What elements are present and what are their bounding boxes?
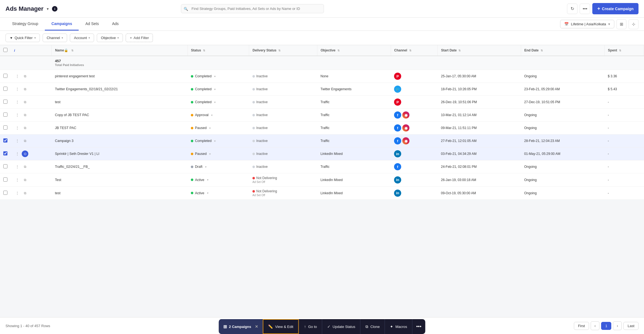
- cell-objective-3: Traffic: [317, 96, 391, 109]
- row-checkbox-7[interactable]: [3, 151, 7, 155]
- channel-icons-7: in: [394, 150, 434, 157]
- delivery-dot-2: [252, 88, 255, 91]
- sort-icon-start_date[interactable]: ⇅: [458, 49, 461, 52]
- row-copy-9[interactable]: ⧉: [22, 177, 28, 183]
- row-copy-6[interactable]: ⧉: [22, 138, 28, 144]
- col-header-spent[interactable]: Spent ⇅: [604, 45, 644, 56]
- delivery-dot-5: [252, 127, 255, 129]
- nav-tab-ad-sets[interactable]: Ad Sets: [79, 18, 105, 31]
- objective-chevron-icon: ▾: [117, 36, 119, 39]
- sort-icon-channel[interactable]: ⇅: [408, 49, 411, 52]
- cell-end_date-5: Ongoing: [521, 122, 604, 135]
- search-input[interactable]: [181, 4, 324, 13]
- row-checkbox-6[interactable]: [3, 138, 7, 143]
- quick-filter-button[interactable]: ▼ Quick Filter ▾: [5, 34, 40, 42]
- cell-name-7: Sprinklr | Seth Dresler V1 | LI: [52, 147, 188, 160]
- col-header-checkbox[interactable]: [0, 45, 11, 56]
- row-more-1[interactable]: ⋮: [14, 73, 21, 80]
- nav-tab-campaigns[interactable]: Campaigns: [45, 18, 79, 31]
- row-more-3[interactable]: ⋮: [14, 99, 21, 105]
- customize-columns-button[interactable]: ⊹: [629, 19, 639, 29]
- row-more-9[interactable]: ⋮: [14, 177, 21, 183]
- col-header-status[interactable]: Status ⇅: [188, 45, 249, 56]
- cell-actions-9: ⋮ ⧉: [11, 173, 52, 187]
- status-chevron-1[interactable]: ▾: [214, 75, 216, 78]
- app-info-icon[interactable]: i: [52, 6, 57, 12]
- status-chevron-6[interactable]: ▾: [214, 139, 216, 143]
- row-copy-1[interactable]: ⧉: [22, 73, 28, 80]
- sort-icon-status[interactable]: ⇅: [202, 49, 205, 52]
- status-chevron-9[interactable]: ▾: [207, 178, 208, 181]
- status-chevron-5[interactable]: ▾: [209, 127, 211, 130]
- status-1: Completed ▾: [191, 74, 246, 78]
- status-8: Draft ▾: [191, 165, 246, 169]
- row-more-7[interactable]: ⋮: [14, 150, 21, 157]
- sort-icon-objective[interactable]: ⇅: [337, 49, 340, 52]
- sort-icon-end_date[interactable]: ⇅: [540, 49, 543, 52]
- cell-objective-1: None: [317, 70, 391, 83]
- row-checkbox-1[interactable]: [3, 74, 7, 78]
- col-header-end_date[interactable]: End Date ⇅: [521, 45, 604, 56]
- row-checkbox-8[interactable]: [3, 164, 7, 168]
- status-chevron-4[interactable]: ▾: [211, 114, 213, 117]
- row-more-5[interactable]: ⋮: [14, 125, 21, 131]
- row-more-10[interactable]: ⋮: [14, 190, 21, 196]
- refresh-button[interactable]: ↻: [567, 4, 577, 14]
- channel-icons-1: P: [394, 73, 434, 80]
- status-chevron-3[interactable]: ▾: [214, 101, 216, 104]
- app-title-chevron-icon[interactable]: ▾: [47, 7, 49, 11]
- status-chevron-2[interactable]: ▾: [214, 88, 216, 91]
- more-options-button[interactable]: •••: [580, 4, 590, 14]
- row-more-6[interactable]: ⋮: [14, 138, 21, 144]
- cell-delivery_status-3: Inactive: [249, 96, 317, 109]
- status-chevron-10[interactable]: ▾: [207, 191, 208, 195]
- sort-icon-spent[interactable]: ⇅: [618, 49, 621, 52]
- cell-channel-4: f◉: [391, 109, 437, 122]
- status-chevron-8[interactable]: ▾: [205, 165, 207, 168]
- date-filter-button[interactable]: 📅 Lifetime | Asia/Kolkata ▾: [560, 20, 614, 28]
- row-copy-5[interactable]: ⧉: [22, 125, 28, 131]
- row-checkbox-9[interactable]: [3, 177, 7, 182]
- select-all-checkbox[interactable]: [3, 48, 7, 52]
- row-copy-8[interactable]: ⧉: [22, 163, 28, 170]
- row-more-8[interactable]: ⋮: [14, 163, 21, 170]
- sort-icon-name[interactable]: ⇅: [70, 49, 73, 52]
- status-text-6: Completed: [195, 139, 211, 143]
- add-filter-label: Add Filter: [134, 36, 149, 40]
- row-copy-4[interactable]: ⧉: [22, 112, 28, 118]
- status-chevron-7[interactable]: ▾: [209, 152, 211, 155]
- row-more-2[interactable]: ⋮: [14, 86, 21, 92]
- row-more-4[interactable]: ⋮: [14, 112, 21, 118]
- row-actions-1: ⋮ ⧉: [14, 73, 48, 80]
- channel-filter-button[interactable]: Channel ▾: [43, 34, 67, 42]
- nav-tab-strategy-group[interactable]: Strategy Group: [5, 18, 45, 31]
- row-checkbox-3[interactable]: [3, 100, 7, 104]
- nav-tab-ads[interactable]: Ads: [105, 18, 125, 31]
- cell-status-1: Completed ▾: [188, 70, 249, 83]
- row-checkbox-10[interactable]: [3, 191, 7, 195]
- status-text-3: Completed: [195, 100, 211, 104]
- col-header-name[interactable]: Name🔒 ⇅: [52, 45, 188, 56]
- table-row: ⋮ ⧉ Test Active ▾ Not Delivering Ad Set …: [0, 173, 644, 187]
- row-checkbox-5[interactable]: [3, 125, 7, 130]
- row-checkbox-4[interactable]: [3, 113, 7, 117]
- cell-delivery_status-5: Inactive: [249, 122, 317, 135]
- col-header-channel[interactable]: Channel ⇅: [391, 45, 437, 56]
- objective-filter-button[interactable]: Objective ▾: [97, 34, 123, 42]
- row-copy-10[interactable]: ⧉: [22, 190, 28, 196]
- create-campaign-button[interactable]: + Create Campaign: [592, 3, 639, 14]
- row-copy-2[interactable]: ⧉: [22, 86, 28, 92]
- cell-checkbox-9: [0, 173, 11, 187]
- col-header-delivery_status[interactable]: Delivery Status ⇅: [249, 45, 317, 56]
- linkedin-icon: in: [394, 176, 401, 184]
- row-copy-3[interactable]: ⧉: [22, 99, 28, 105]
- chart-view-button[interactable]: ⊞: [617, 19, 626, 29]
- account-filter-button[interactable]: Account ▾: [70, 34, 94, 42]
- row-checkbox-2[interactable]: [3, 87, 7, 91]
- col-header-objective[interactable]: Objective ⇅: [317, 45, 391, 56]
- table-row: ⋮ ⧉ Copy of JB TEST PAC Approval ▾ Inact…: [0, 109, 644, 122]
- col-header-start_date[interactable]: Start Date ⇅: [437, 45, 521, 56]
- sort-icon-delivery_status[interactable]: ⇅: [277, 49, 280, 52]
- add-filter-button[interactable]: + Add Filter: [126, 34, 153, 42]
- row-actions-3: ⋮ ⧉: [14, 99, 48, 105]
